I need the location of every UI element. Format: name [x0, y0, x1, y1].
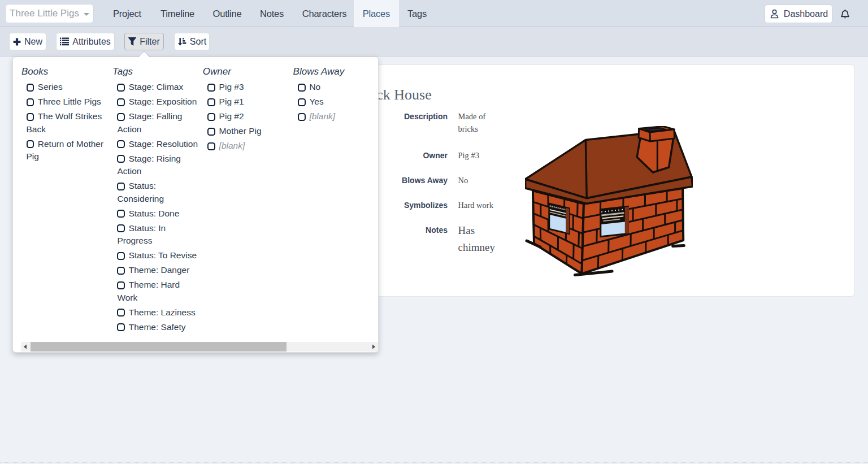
- checkbox-unchecked[interactable]: [117, 252, 125, 260]
- checkbox-unchecked[interactable]: [117, 281, 125, 289]
- scrollbar-left-arrow[interactable]: [21, 342, 29, 352]
- checkbox-unchecked[interactable]: [27, 140, 34, 148]
- tab-outline[interactable]: Outline: [204, 0, 250, 27]
- filter-option-label: The Wolf Strikes Back: [27, 111, 102, 134]
- caret-down-icon: [84, 13, 89, 16]
- filter-option[interactable]: Status: Done: [117, 207, 199, 220]
- filter-option[interactable]: Theme: Safety: [117, 321, 199, 334]
- checkbox-unchecked[interactable]: [298, 113, 306, 121]
- checkbox-unchecked[interactable]: [298, 98, 306, 106]
- filter-option[interactable]: Stage: Resolution: [117, 138, 199, 151]
- checkbox-unchecked[interactable]: [117, 323, 125, 331]
- filter-option-label: Theme: Laziness: [129, 307, 196, 317]
- attributes-button-label: Attributes: [72, 37, 111, 47]
- checkbox-unchecked[interactable]: [207, 142, 215, 150]
- place-field-value[interactable]: Hard work: [458, 199, 504, 211]
- checkbox-unchecked[interactable]: [117, 183, 125, 190]
- sort-button[interactable]: Sort: [174, 33, 210, 50]
- horizontal-scrollbar[interactable]: [21, 342, 378, 352]
- filter-panel: BooksSeriesThree Little PigsThe Wolf Str…: [12, 57, 379, 353]
- checkbox-unchecked[interactable]: [207, 98, 215, 106]
- filter-option-label: Pig #3: [219, 82, 244, 92]
- filter-panel-columns: BooksSeriesThree Little PigsThe Wolf Str…: [13, 57, 378, 341]
- filter-option[interactable]: Theme: Laziness: [117, 306, 199, 319]
- filter-option[interactable]: Mother Pig: [207, 125, 290, 138]
- filter-option[interactable]: [blank]: [298, 110, 378, 123]
- place-field-value[interactable]: No: [458, 174, 504, 187]
- filter-option-label: Stage: Exposition: [129, 97, 197, 106]
- filter-option-label: Stage: Climax: [129, 82, 183, 92]
- project-selector-button[interactable]: Three Little Pigs: [5, 4, 94, 23]
- filter-option[interactable]: Pig #2: [207, 110, 290, 123]
- filter-option[interactable]: Pig #1: [207, 96, 290, 109]
- scrollbar-right-arrow[interactable]: [370, 342, 378, 352]
- checkbox-unchecked[interactable]: [207, 113, 215, 121]
- tab-notes[interactable]: Notes: [251, 0, 292, 27]
- filter-option[interactable]: Series: [27, 81, 109, 94]
- filter-option-label: Mother Pig: [219, 126, 262, 136]
- tab-places[interactable]: Places: [354, 0, 398, 27]
- filter-option-label: [blank]: [219, 141, 245, 150]
- filter-option-label: Theme: Hard Work: [117, 280, 180, 302]
- place-field-value[interactable]: Pig #3: [458, 149, 504, 162]
- dashboard-button[interactable]: Dashboard: [765, 5, 832, 23]
- checkbox-unchecked[interactable]: [117, 224, 125, 232]
- checkbox-unchecked[interactable]: [117, 98, 125, 106]
- filter-option[interactable]: Status: In Progress: [117, 222, 199, 248]
- scrollbar-thumb[interactable]: [31, 342, 287, 352]
- filter-option-label: [blank]: [309, 111, 335, 121]
- filter-option[interactable]: Three Little Pigs: [27, 96, 109, 109]
- checkbox-unchecked[interactable]: [117, 140, 125, 148]
- filter-option[interactable]: Pig #3: [207, 81, 290, 94]
- filter-group-blows-away: Blows AwayNoYes[blank]: [293, 66, 378, 125]
- tab-timeline[interactable]: Timeline: [151, 0, 203, 27]
- sort-icon: [177, 37, 186, 46]
- filter-option[interactable]: Status: Considering: [117, 180, 199, 205]
- attributes-button[interactable]: Attributes: [56, 33, 115, 50]
- filter-button[interactable]: Filter: [124, 33, 164, 50]
- top-nav-bar: Three Little Pigs ProjectTimelineOutline…: [0, 0, 868, 27]
- checkbox-unchecked[interactable]: [117, 210, 125, 218]
- checkbox-unchecked[interactable]: [117, 84, 125, 92]
- filter-option[interactable]: Theme: Danger: [117, 264, 199, 277]
- filter-option-label: Stage: Falling Action: [117, 111, 182, 134]
- project-selector-label: Three Little Pigs: [10, 8, 79, 19]
- checkbox-unchecked[interactable]: [117, 155, 125, 163]
- filter-option[interactable]: [blank]: [207, 140, 290, 153]
- tab-tags[interactable]: Tags: [398, 0, 435, 27]
- filter-group-owner: OwnerPig #3Pig #1Pig #2Mother Pig[blank]: [203, 66, 291, 154]
- filter-option-label: Theme: Danger: [129, 265, 190, 275]
- filter-option[interactable]: Stage: Falling Action: [117, 110, 199, 136]
- tab-characters[interactable]: Characters: [293, 0, 355, 27]
- checkbox-unchecked[interactable]: [117, 267, 125, 275]
- filter-group-title: Books: [21, 66, 110, 77]
- checkbox-unchecked[interactable]: [207, 128, 215, 136]
- filter-option[interactable]: Stage: Climax: [117, 81, 199, 94]
- checkbox-unchecked[interactable]: [117, 309, 125, 316]
- filter-group-title: Tags: [112, 66, 201, 77]
- filter-option[interactable]: Return of Mother Pig: [27, 138, 109, 163]
- checkbox-unchecked[interactable]: [117, 113, 125, 121]
- filter-option[interactable]: Stage: Exposition: [117, 96, 199, 109]
- filter-option[interactable]: The Wolf Strikes Back: [27, 110, 109, 136]
- filter-option[interactable]: Yes: [298, 96, 378, 109]
- page-bottom-divider: [0, 462, 868, 463]
- filter-option[interactable]: Theme: Hard Work: [117, 279, 199, 304]
- filter-option-label: Return of Mother Pig: [27, 139, 104, 162]
- checkbox-unchecked[interactable]: [298, 84, 306, 92]
- place-field-value[interactable]: Made of bricks: [458, 110, 504, 135]
- bell-icon[interactable]: [841, 9, 849, 19]
- tab-project[interactable]: Project: [105, 0, 150, 27]
- user-icon: [769, 8, 780, 19]
- checkbox-unchecked[interactable]: [27, 98, 34, 106]
- filter-option-label: Status: To Revise: [129, 250, 197, 260]
- checkbox-unchecked[interactable]: [27, 84, 34, 92]
- checkbox-unchecked[interactable]: [27, 113, 34, 121]
- new-button[interactable]: New: [9, 33, 46, 50]
- checkbox-unchecked[interactable]: [207, 84, 215, 92]
- places-toolbar: New Attributes Filter Sort: [0, 27, 868, 57]
- filter-option[interactable]: No: [298, 81, 378, 94]
- filter-option[interactable]: Stage: Rising Action: [117, 153, 199, 178]
- place-field-value[interactable]: Has chimney: [458, 222, 504, 255]
- filter-option[interactable]: Status: To Revise: [117, 249, 199, 262]
